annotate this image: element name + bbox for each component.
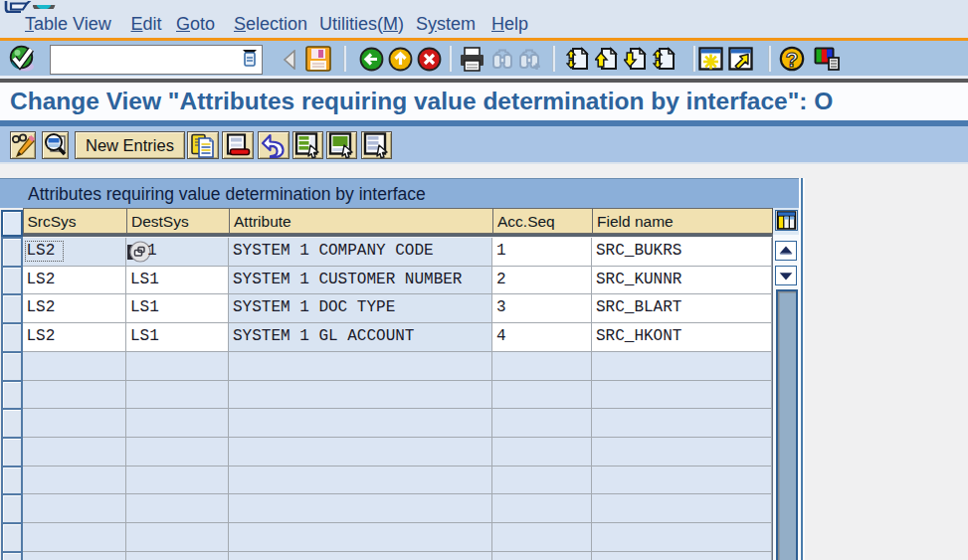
svg-text:?: ?: [786, 48, 799, 71]
